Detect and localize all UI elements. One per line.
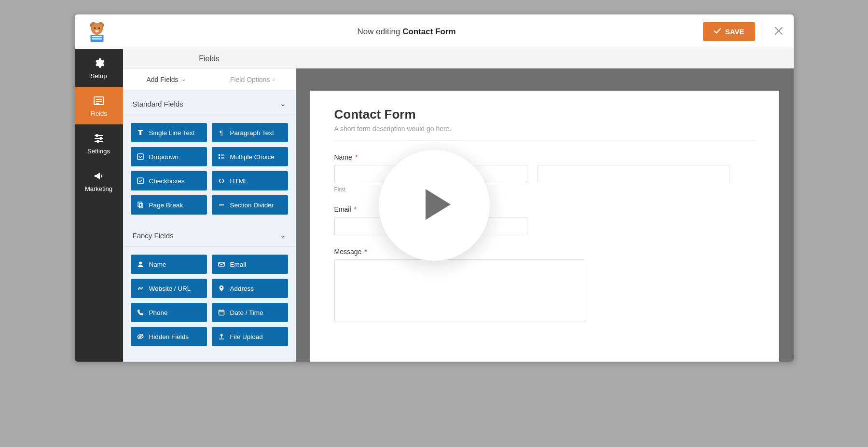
svg-point-18 xyxy=(97,140,99,142)
gear-icon xyxy=(93,57,105,69)
check-square-icon xyxy=(137,177,144,185)
field-multiple-choice[interactable]: Multiple Choice xyxy=(212,147,288,166)
sliders-icon xyxy=(93,132,105,145)
save-label: SAVE xyxy=(725,27,744,36)
field-phone[interactable]: Phone xyxy=(131,303,207,322)
svg-rect-19 xyxy=(138,154,143,160)
canvas-padding: Contact Form A short form description wo… xyxy=(296,68,794,362)
svg-point-28 xyxy=(139,262,142,265)
text-icon xyxy=(137,129,144,136)
field-checkboxes[interactable]: Checkboxes xyxy=(131,171,207,190)
tab-add-fields[interactable]: Add Fields ⌄ xyxy=(123,68,209,91)
svg-point-2 xyxy=(91,23,103,35)
form-title: Contact Form xyxy=(334,107,755,122)
eye-slash-icon xyxy=(137,333,144,340)
form-icon xyxy=(93,95,105,107)
svg-point-3 xyxy=(94,27,95,28)
required-marker: * xyxy=(364,248,367,256)
last-name-input[interactable] xyxy=(537,165,730,183)
svg-rect-29 xyxy=(219,262,224,266)
required-marker: * xyxy=(355,153,358,161)
svg-rect-23 xyxy=(221,158,224,159)
field-dropdown[interactable]: Dropdown xyxy=(131,147,207,166)
files-icon xyxy=(137,201,144,209)
tab-field-options[interactable]: Field Options › xyxy=(209,68,296,91)
close-icon xyxy=(774,25,784,39)
upload-icon xyxy=(218,333,225,340)
bullhorn-icon xyxy=(93,170,105,182)
caret-square-icon xyxy=(137,153,144,161)
nav-settings[interactable]: Settings xyxy=(75,124,123,162)
play-button[interactable] xyxy=(379,150,490,261)
paragraph-icon: ¶ xyxy=(218,129,225,136)
check-icon xyxy=(714,27,721,36)
form-preview: Contact Form A short form description wo… xyxy=(310,91,779,362)
nav-marketing-label: Marketing xyxy=(85,185,112,192)
nav-setup-label: Setup xyxy=(91,72,107,80)
chevron-down-icon: ⌄ xyxy=(280,99,286,108)
envelope-icon xyxy=(218,260,225,268)
field-name[interactable]: Name xyxy=(131,255,207,274)
field-message-preview[interactable]: Message * xyxy=(334,248,755,324)
nav-fields-label: Fields xyxy=(90,110,107,117)
required-marker: * xyxy=(354,205,356,213)
minus-icon xyxy=(218,201,225,209)
field-website-url[interactable]: Website / URL xyxy=(131,279,207,298)
topbar: Now editing Contact Form SAVE xyxy=(75,14,794,49)
svg-rect-8 xyxy=(92,38,102,39)
editing-prefix: Now editing xyxy=(358,27,403,36)
left-nav: Setup Fields Settings Marketing xyxy=(75,49,123,362)
svg-rect-7 xyxy=(92,36,102,37)
group-fancy-header[interactable]: Fancy Fields ⌄ xyxy=(123,222,296,247)
svg-rect-22 xyxy=(219,157,220,159)
message-label: Message * xyxy=(334,248,755,256)
nav-marketing[interactable]: Marketing xyxy=(75,162,123,200)
calendar-icon xyxy=(218,309,225,316)
field-html[interactable]: HTML xyxy=(212,171,288,190)
field-paragraph-text[interactable]: ¶Paragraph Text xyxy=(212,123,288,142)
field-hidden-fields[interactable]: Hidden Fields xyxy=(131,327,207,346)
field-file-upload[interactable]: File Upload xyxy=(212,327,288,346)
name-label: Name * xyxy=(334,153,755,161)
code-icon xyxy=(218,177,225,185)
map-pin-icon xyxy=(218,284,225,292)
form-description: A short form description would go here. xyxy=(334,125,755,141)
svg-rect-21 xyxy=(221,155,224,156)
svg-point-5 xyxy=(95,29,99,32)
chevron-down-icon: ⌄ xyxy=(181,76,186,82)
nav-setup[interactable]: Setup xyxy=(75,49,123,87)
svg-rect-30 xyxy=(219,311,224,315)
field-email[interactable]: Email xyxy=(212,255,288,274)
field-page-break[interactable]: Page Break xyxy=(131,195,207,215)
user-icon xyxy=(137,260,144,268)
section-header: Fields xyxy=(123,49,296,68)
field-single-line-text[interactable]: Single Line Text xyxy=(131,123,207,142)
editing-form-name: Contact Form xyxy=(402,27,456,36)
nav-fields[interactable]: Fields xyxy=(75,87,123,124)
fields-sidebar: Fields Add Fields ⌄ Field Options › Stan… xyxy=(123,49,296,362)
form-builder-window: Now editing Contact Form SAVE Setup xyxy=(75,14,794,362)
close-button[interactable] xyxy=(764,21,785,42)
svg-point-16 xyxy=(100,137,102,139)
canvas: Contact Form A short form description wo… xyxy=(296,49,794,362)
message-textarea[interactable] xyxy=(334,259,585,322)
list-icon xyxy=(218,153,225,161)
phone-icon xyxy=(137,309,144,316)
nav-settings-label: Settings xyxy=(87,148,110,155)
play-icon xyxy=(412,185,456,226)
field-section-divider[interactable]: Section Divider xyxy=(212,195,288,215)
editing-title: Now editing Contact Form xyxy=(110,27,703,37)
sidebar-tabs: Add Fields ⌄ Field Options › xyxy=(123,68,296,91)
link-icon xyxy=(137,284,144,292)
group-fancy-grid: Name Email Website / URL Address Phone D… xyxy=(123,247,296,354)
canvas-header-spacer xyxy=(296,49,794,68)
svg-point-4 xyxy=(98,27,99,28)
chevron-right-icon: › xyxy=(273,77,275,82)
field-date-time[interactable]: Date / Time xyxy=(212,303,288,322)
field-address[interactable]: Address xyxy=(212,279,288,298)
chevron-down-icon: ⌄ xyxy=(280,231,286,240)
save-button[interactable]: SAVE xyxy=(703,22,755,41)
group-standard-grid: Single Line Text ¶Paragraph Text Dropdow… xyxy=(123,115,296,222)
svg-marker-36 xyxy=(426,189,451,220)
group-standard-header[interactable]: Standard Fields ⌄ xyxy=(123,91,296,115)
